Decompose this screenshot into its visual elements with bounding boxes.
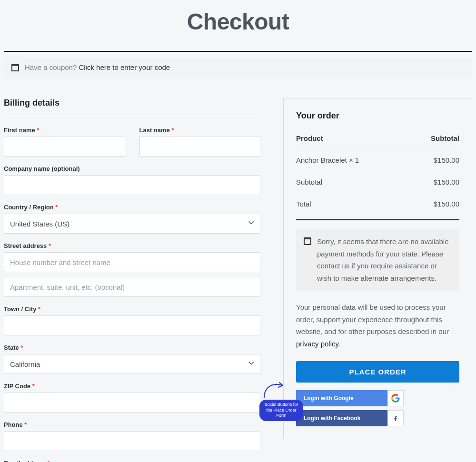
facebook-icon [387, 410, 404, 426]
order-table: Product Subtotal Anchor Bracelet × 1 $15… [296, 134, 459, 215]
company-input[interactable] [4, 175, 260, 195]
billing-section: Billing details First name * Last name *… [4, 98, 260, 462]
state-select[interactable]: California [4, 354, 260, 374]
privacy-policy-link[interactable]: privacy policy [296, 340, 338, 348]
payment-notice-text: Sorry, it seems that there are no availa… [317, 236, 452, 284]
email-label: Email address * [4, 460, 260, 462]
header-rule [4, 51, 472, 52]
coupon-link[interactable]: Click here to enter your code [79, 63, 170, 71]
street-address-2-input[interactable] [4, 277, 260, 297]
country-select[interactable]: United States (US) [4, 214, 260, 234]
order-item-row: Anchor Bracelet × 1 $150.00 [296, 149, 459, 171]
order-total-row: Total $150.00 [296, 193, 459, 215]
login-google-button[interactable]: Login with Google [296, 390, 404, 406]
last-name-input[interactable] [139, 137, 261, 157]
street-address-1-input[interactable] [4, 252, 260, 272]
window-icon [304, 237, 311, 245]
order-heading: Your order [296, 111, 459, 121]
login-facebook-label: Login with Facebook [296, 415, 387, 422]
page-title: Checkout [4, 0, 472, 51]
first-name-input[interactable] [4, 137, 125, 157]
order-bottom-rule [296, 219, 459, 220]
country-label: Country / Region * [4, 204, 260, 211]
street-label: Street address * [4, 242, 260, 249]
city-input[interactable] [4, 315, 260, 335]
billing-heading: Billing details [4, 98, 260, 115]
annotation-arrow-icon [262, 379, 288, 401]
order-subtotal-row: Subtotal $150.00 [296, 171, 459, 193]
order-col-subtotal: Subtotal [431, 134, 459, 142]
company-label: Company name (optional) [4, 165, 260, 172]
order-item-name: Anchor Bracelet × 1 [296, 156, 359, 164]
state-label: State * [4, 344, 260, 351]
login-google-label: Login with Google [296, 395, 387, 402]
coupon-bar: Have a coupon? Click here to enter your … [4, 57, 472, 78]
place-order-button[interactable]: PLACE ORDER [296, 361, 459, 383]
login-facebook-button[interactable]: Login with Facebook [296, 410, 404, 426]
phone-input[interactable] [4, 431, 260, 451]
privacy-text: Your personal data will be used to proce… [296, 301, 459, 350]
city-label: Town / City * [4, 305, 260, 313]
google-icon [387, 390, 404, 406]
window-icon [11, 64, 19, 71]
order-panel: Your order Product Subtotal Anchor Brace… [283, 98, 472, 439]
order-item-subtotal: $150.00 [434, 156, 459, 164]
payment-notice: Sorry, it seems that there are no availa… [296, 229, 459, 291]
first-name-label: First name * [4, 127, 125, 134]
last-name-label: Last name * [139, 127, 261, 134]
order-col-product: Product [296, 134, 323, 142]
coupon-prompt: Have a coupon? Click here to enter your … [25, 63, 170, 71]
zip-input[interactable] [4, 393, 260, 413]
coupon-prompt-text: Have a coupon? [25, 63, 79, 71]
annotation-badge: Social Buttons forthe Place Order Form [259, 400, 303, 421]
phone-label: Phone * [4, 421, 260, 428]
zip-label: ZIP Code * [4, 383, 260, 390]
